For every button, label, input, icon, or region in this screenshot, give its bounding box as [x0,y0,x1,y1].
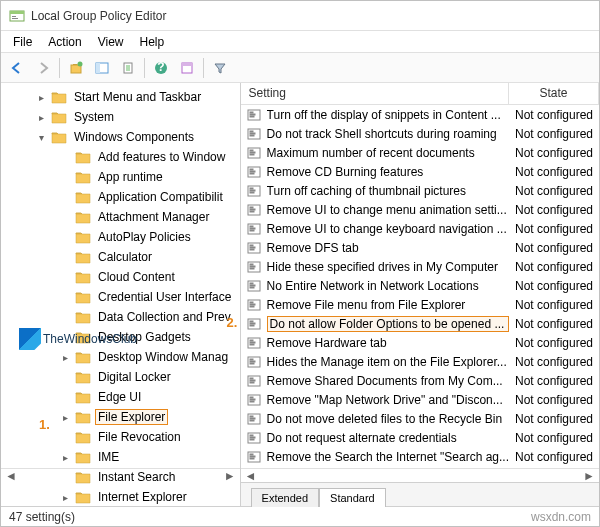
tree-node[interactable]: ▸App runtime [1,167,240,187]
policy-row[interactable]: Do not move deleted files to the Recycle… [241,409,599,428]
tree-node[interactable]: ▾Windows Components [1,127,240,147]
tree-node[interactable]: ▸Calculator [1,247,240,267]
menu-file[interactable]: File [5,33,40,51]
svg-rect-7 [96,63,100,73]
tree-node[interactable]: ▸Start Menu and Taskbar [1,87,240,107]
svg-rect-28 [250,173,254,174]
status-text: 47 setting(s) [9,510,75,524]
policy-label: Remove DFS tab [267,241,509,255]
policy-label: Remove File menu from File Explorer [267,298,509,312]
policy-row[interactable]: Do not track Shell shortcuts during roam… [241,124,599,143]
tree-node[interactable]: ▸Internet Explorer [1,487,240,506]
tab-extended[interactable]: Extended [251,488,319,507]
svg-rect-24 [250,154,254,155]
policy-label: Remove UI to change keyboard navigation … [267,222,509,236]
tree-label: IME [95,449,122,465]
scroll-left-icon[interactable]: ◄ [241,469,418,482]
caret-icon[interactable]: ▸ [59,352,71,363]
tree-node[interactable]: ▸Desktop Window Manag [1,347,240,367]
properties-button[interactable] [175,56,199,80]
tree-node[interactable]: ▸Cloud Content [1,267,240,287]
policy-row[interactable]: Maximum number of recent documentsNot co… [241,143,599,162]
tree-node[interactable]: ▸Desktop Gadgets [1,327,240,347]
source-text: wsxdn.com [531,510,591,524]
up-button[interactable] [64,56,88,80]
export-button[interactable] [116,56,140,80]
tree-label: Add features to Window [95,149,228,165]
policy-label: Do not request alternate credentials [267,431,509,445]
help-button[interactable]: ? [149,56,173,80]
caret-icon[interactable]: ▾ [35,132,47,143]
tree-node[interactable]: ▸IME [1,447,240,467]
caret-icon[interactable]: ▸ [59,452,71,463]
policy-row[interactable]: Remove the Search the Internet "Search a… [241,447,599,466]
tree-label: File Explorer [95,409,168,425]
policy-state: Not configured [509,127,599,141]
policy-row[interactable]: Hides the Manage item on the File Explor… [241,352,599,371]
policy-row[interactable]: Turn off the display of snippets in Cont… [241,105,599,124]
policy-row[interactable]: No Entire Network in Network LocationsNo… [241,276,599,295]
back-button[interactable] [5,56,29,80]
menu-help[interactable]: Help [132,33,173,51]
scroll-left-icon[interactable]: ◄ [1,469,118,482]
svg-rect-74 [250,397,253,398]
tree-node[interactable]: ▸Data Collection and Prev [1,307,240,327]
policy-state: Not configured [509,374,599,388]
tree-node[interactable]: ▸AutoPlay Policies [1,227,240,247]
policy-row[interactable]: Hide these specified drives in My Comput… [241,257,599,276]
tree-label: Digital Locker [95,369,174,385]
policy-row[interactable]: Do not allow Folder Options to be opened… [241,314,599,333]
svg-rect-14 [250,112,253,113]
menu-action[interactable]: Action [40,33,89,51]
tree-node[interactable]: ▸Digital Locker [1,367,240,387]
policy-row[interactable]: Remove "Map Network Drive" and "Discon..… [241,390,599,409]
policy-row[interactable]: Remove CD Burning featuresNot configured [241,162,599,181]
column-state[interactable]: State [509,83,599,104]
policy-row[interactable]: Turn off caching of thumbnail picturesNo… [241,181,599,200]
tree-hscroll[interactable]: ◄ ► [1,468,240,482]
policy-row[interactable]: Remove Shared Documents from My Com...No… [241,371,599,390]
tree-node[interactable]: ▸Add features to Window [1,147,240,167]
caret-icon[interactable]: ▸ [59,412,71,423]
menu-view[interactable]: View [90,33,132,51]
show-hide-tree-button[interactable] [90,56,114,80]
tree-node[interactable]: ▸File Revocation [1,427,240,447]
policy-state: Not configured [509,222,599,236]
tree-node[interactable]: ▸Attachment Manager [1,207,240,227]
caret-icon[interactable]: ▸ [35,92,47,103]
svg-rect-70 [250,378,253,379]
policy-row[interactable]: Remove UI to change keyboard navigation … [241,219,599,238]
list-hscroll[interactable]: ◄ ► [241,468,599,482]
policy-row[interactable]: Remove UI to change menu animation setti… [241,200,599,219]
policy-state: Not configured [509,165,599,179]
svg-rect-88 [250,458,254,459]
tab-standard[interactable]: Standard [319,488,386,507]
policy-row[interactable]: Remove File menu from File ExplorerNot c… [241,295,599,314]
scroll-right-icon[interactable]: ► [418,469,599,482]
column-setting[interactable]: Setting [241,83,509,104]
policy-row[interactable]: Do not request alternate credentialsNot … [241,428,599,447]
policy-row[interactable]: Remove DFS tabNot configured [241,238,599,257]
tree-node[interactable]: ▸File Explorer [1,407,240,427]
tree-node[interactable]: ▸Credential User Interface [1,287,240,307]
svg-rect-80 [250,420,254,421]
caret-icon[interactable]: ▸ [59,492,71,503]
policy-state: Not configured [509,393,599,407]
filter-button[interactable] [208,56,232,80]
policy-label: Remove "Map Network Drive" and "Discon..… [267,393,509,407]
caret-icon[interactable]: ▸ [35,112,47,123]
tree-node[interactable]: ▸System [1,107,240,127]
column-header: Setting State [241,83,599,105]
forward-button[interactable] [31,56,55,80]
menubar: File Action View Help [1,31,599,53]
svg-rect-16 [250,116,254,117]
separator [144,58,145,78]
policy-label: Remove Hardware tab [267,336,509,350]
scroll-right-icon[interactable]: ► [118,469,239,482]
policy-state: Not configured [509,355,599,369]
policy-row[interactable]: Remove Hardware tabNot configured [241,333,599,352]
tree-node[interactable]: ▸Application Compatibilit [1,187,240,207]
tree-node[interactable]: ▸Edge UI [1,387,240,407]
svg-rect-58 [250,321,253,322]
policy-label: Turn off caching of thumbnail pictures [267,184,509,198]
